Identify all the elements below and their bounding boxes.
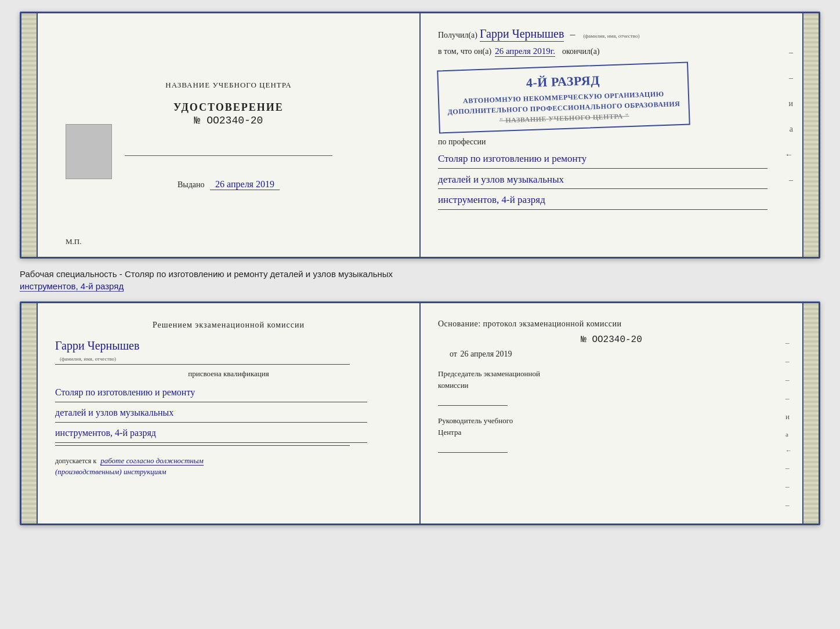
top-right-page: Получил(а) Гарри Чернышев – (фамилия, им…	[421, 13, 802, 257]
bottom-right-page: Основание: протокол экзаменационной коми…	[421, 303, 802, 523]
profession-label: по профессии	[438, 137, 785, 147]
osnov-line: Основание: протокол экзаменационной коми…	[438, 319, 785, 329]
допускается-text2: (производственным) инструкциям	[55, 467, 166, 476]
bottom-spine-left	[21, 303, 38, 523]
dash-top: –	[570, 28, 575, 41]
date-prefix: от	[450, 350, 457, 358]
name-sublabel: (фамилия, имя, отчество)	[583, 33, 639, 39]
top-left-page: НАЗВАНИЕ УЧЕБНОГО ЦЕНТРА УДОСТОВЕРЕНИЕ №…	[38, 13, 421, 257]
bottom-right-dashes: – – – – и а ← – – – –	[785, 338, 792, 525]
spine-right	[802, 13, 819, 257]
chairman-block: Председатель экзаменационной комиссии	[438, 368, 785, 406]
caption-text-underlined: инструментов, 4-й разряд	[20, 281, 124, 292]
issued-date: 26 апреля 2019	[210, 179, 280, 190]
completion-date: 26 апреля 2019г.	[495, 46, 555, 57]
spine-left	[21, 13, 38, 257]
chairman-signature-line	[438, 393, 508, 406]
bottom-qual-2: деталей и узлов музыкальных	[55, 403, 367, 423]
director-block: Руководитель учебного Центра	[438, 415, 785, 453]
caption-text-main: Рабочая специальность - Столяр по изгото…	[20, 269, 393, 279]
photo-placeholder	[66, 124, 112, 179]
assigned-label: присвоена квалификация	[55, 369, 402, 379]
director-signature-line	[438, 440, 508, 453]
bottom-spine-right	[802, 303, 819, 523]
received-label: Получил(а)	[438, 31, 477, 40]
right-edge-dashes: – – и а ← –	[785, 48, 793, 185]
section-title: Решением экзаменационной комиссии	[55, 319, 402, 331]
допускается-text: работе согласно должностным	[100, 456, 204, 466]
mp-label: М.П.	[66, 237, 81, 246]
director-label: Руководитель учебного Центра	[438, 415, 785, 438]
protocol-number: № OO2340-20	[438, 335, 785, 345]
bottom-name-sublabel: (фамилия, имя, отчество)	[60, 356, 116, 362]
bottom-name-handwritten: Гарри Чернышев	[55, 339, 402, 352]
name-block-bottom: Гарри Чернышев (фамилия, имя, отчество)	[55, 339, 402, 365]
in-that-line: в том, что он(а) 26 апреля 2019г. окончи…	[438, 46, 785, 57]
cert-title: УДОСТОВЕРЕНИЕ	[55, 101, 402, 114]
org-name-left: НАЗВАНИЕ УЧЕБНОГО ЦЕНТРА	[55, 81, 402, 90]
recipient-name: Гарри Чернышев	[480, 27, 564, 42]
bottom-qual-1: Столяр по изготовлению и ремонту	[55, 383, 367, 402]
prof-line-3: инструментов, 4-й разряд	[438, 191, 767, 210]
cert-title-block: УДОСТОВЕРЕНИЕ № OO2340-20	[55, 101, 402, 126]
name-underline	[55, 364, 350, 365]
issued-label: Выдано	[178, 180, 205, 189]
profession-lines: Столяр по изготовлению и ремонту деталей…	[438, 150, 785, 210]
stamp-block: 4-й разряд АВТОНОМНУЮ НЕКОММЕРЧЕСКУЮ ОРГ…	[437, 61, 690, 133]
bottom-left-page: Решением экзаменационной комиссии Гарри …	[38, 303, 421, 523]
bottom-qual-3: инструментов, 4-й разряд	[55, 424, 367, 443]
protocol-date-value: 26 апреля 2019	[460, 350, 512, 358]
caption-block: Рабочая специальность - Столяр по изгото…	[20, 268, 820, 292]
issued-line: Выдано 26 апреля 2019	[55, 179, 402, 190]
protocol-date: от 26 апреля 2019	[450, 350, 785, 359]
допускается-block: допускается к работе согласно должностны…	[55, 455, 402, 478]
bottom-qual-lines: Столяр по изготовлению и ремонту деталей…	[55, 383, 402, 443]
допускается-label: допускается к	[55, 457, 96, 465]
prof-line-1: Столяр по изготовлению и ремонту	[438, 150, 767, 169]
prof-line-2: деталей и узлов музыкальных	[438, 171, 767, 190]
finished-label: окончил(а)	[562, 47, 600, 56]
top-document-spread: НАЗВАНИЕ УЧЕБНОГО ЦЕНТРА УДОСТОВЕРЕНИЕ №…	[20, 12, 820, 259]
in-that-label: в том, что он(а)	[438, 47, 491, 56]
received-line: Получил(а) Гарри Чернышев – (фамилия, им…	[438, 27, 785, 42]
bottom-document-spread: Решением экзаменационной комиссии Гарри …	[20, 301, 820, 525]
chairman-label: Председатель экзаменационной комиссии	[438, 368, 785, 391]
